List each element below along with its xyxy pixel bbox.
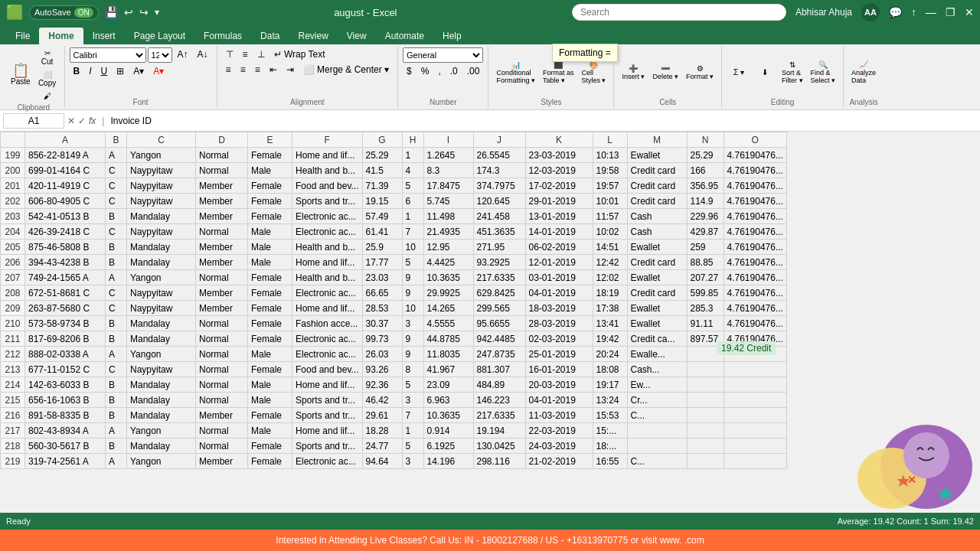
cell[interactable]: 14.196 — [423, 454, 473, 469]
align-right-button[interactable]: ≡ — [251, 63, 264, 77]
table-row[interactable]: 219319-74-2561 AAYangonMemberFemaleElect… — [1, 454, 787, 469]
cell[interactable]: Member — [196, 301, 248, 316]
cell[interactable]: Male — [248, 163, 292, 178]
undo-icon[interactable]: ↩ — [124, 6, 133, 18]
cell[interactable]: 7 — [402, 408, 423, 423]
col-header-b[interactable]: B — [106, 132, 127, 148]
cell[interactable]: Ewallet — [627, 270, 687, 285]
cell[interactable]: C — [106, 163, 127, 178]
col-header-n[interactable]: N — [687, 132, 724, 148]
table-row[interactable]: 210573-58-9734 BBMandalayNormalFemaleFas… — [1, 316, 787, 331]
cell[interactable]: 217.6335 — [473, 270, 525, 285]
cell[interactable]: C — [106, 224, 127, 240]
cell[interactable]: 14:51 — [593, 240, 627, 255]
cell[interactable]: 93.2925 — [473, 255, 525, 270]
cell[interactable] — [724, 393, 786, 408]
share-icon[interactable]: ↑ — [911, 6, 916, 18]
cell[interactable]: B — [106, 255, 127, 270]
font-color-button[interactable]: A▾ — [149, 64, 168, 78]
cell[interactable]: Yangon — [127, 148, 196, 163]
tab-insert[interactable]: Insert — [83, 28, 125, 44]
tab-view[interactable]: View — [338, 28, 376, 44]
cell[interactable]: Member — [196, 240, 248, 255]
row-number[interactable]: 218 — [1, 439, 25, 454]
close-button[interactable]: ✕ — [965, 6, 974, 18]
col-header-l[interactable]: L — [593, 132, 627, 148]
cell[interactable]: Member — [196, 255, 248, 270]
cell[interactable]: 1 — [402, 209, 423, 224]
cell[interactable]: 12.95 — [423, 240, 473, 255]
row-number[interactable]: 207 — [1, 270, 25, 285]
cell[interactable]: Female — [248, 331, 292, 347]
cell[interactable] — [687, 423, 724, 439]
cell[interactable]: 3 — [402, 454, 423, 469]
cell[interactable]: Credit card — [627, 178, 687, 194]
cell[interactable]: Credit card — [627, 163, 687, 178]
row-number[interactable]: 203 — [1, 209, 25, 224]
cell[interactable]: 429.87 — [687, 224, 724, 240]
cell[interactable]: Electronic ac... — [292, 209, 363, 224]
cell[interactable]: 5 — [402, 377, 423, 393]
cell[interactable]: 259 — [687, 240, 724, 255]
cell[interactable]: 14.265 — [423, 301, 473, 316]
cell[interactable]: 10.3635 — [423, 408, 473, 423]
col-header-f[interactable]: F — [292, 132, 363, 148]
cell[interactable]: 71.39 — [362, 178, 402, 194]
cell[interactable]: C — [106, 285, 127, 301]
cell[interactable]: 57.49 — [362, 209, 402, 224]
row-number[interactable]: 219 — [1, 454, 25, 469]
fill-color-button[interactable]: A▾ — [129, 64, 148, 78]
cell[interactable]: 02-03-2019 — [525, 331, 593, 347]
cell[interactable]: 10:13 — [593, 148, 627, 163]
cell[interactable]: 19.15 — [362, 194, 402, 209]
col-header-g[interactable]: G — [362, 132, 402, 148]
cell[interactable]: C — [106, 362, 127, 377]
cell[interactable] — [687, 408, 724, 423]
cell[interactable]: 10 — [402, 301, 423, 316]
cell[interactable]: 120.645 — [473, 194, 525, 209]
cell[interactable]: 114.9 — [687, 194, 724, 209]
cell[interactable]: Female — [248, 148, 292, 163]
cell[interactable]: Normal — [196, 347, 248, 362]
cell[interactable]: 28.53 — [362, 301, 402, 316]
cell[interactable]: 21-02-2019 — [525, 454, 593, 469]
table-row[interactable]: 199856-22-8149 AAYangonNormalFemaleHome … — [1, 148, 787, 163]
cell[interactable]: 93.26 — [362, 362, 402, 377]
cell[interactable]: A — [106, 423, 127, 439]
cell[interactable]: 629.8425 — [473, 285, 525, 301]
cell[interactable]: 942.4485 — [473, 331, 525, 347]
cell[interactable]: 4.76190476... — [724, 301, 786, 316]
cell[interactable]: Cash — [627, 209, 687, 224]
tab-data[interactable]: Data — [251, 28, 289, 44]
cell[interactable]: Health and b... — [292, 163, 363, 178]
tab-review[interactable]: Review — [289, 28, 337, 44]
cell[interactable]: 25-01-2019 — [525, 347, 593, 362]
cell[interactable]: Credit card — [627, 194, 687, 209]
cell[interactable]: Normal — [196, 224, 248, 240]
cell[interactable]: Yangon — [127, 454, 196, 469]
tab-help[interactable]: Help — [433, 28, 471, 44]
copy-button[interactable]: ⬜ Copy — [35, 69, 60, 89]
cell[interactable]: Female — [248, 194, 292, 209]
border-button[interactable]: ⊞ — [113, 64, 128, 78]
cell[interactable]: 217.6335 — [473, 408, 525, 423]
cell[interactable]: Mandalay — [127, 316, 196, 331]
cell[interactable]: Male — [248, 240, 292, 255]
cell[interactable]: 29.9925 — [423, 285, 473, 301]
cell[interactable] — [724, 377, 786, 393]
cell[interactable]: 19.194 — [473, 423, 525, 439]
cell[interactable]: Male — [248, 393, 292, 408]
cell[interactable]: 1.2645 — [423, 148, 473, 163]
cell[interactable]: Naypyitaw — [127, 362, 196, 377]
cell[interactable]: 13:41 — [593, 316, 627, 331]
cell[interactable]: 3 — [402, 316, 423, 331]
tab-automate[interactable]: Automate — [376, 28, 433, 44]
cell[interactable]: 23.09 — [423, 377, 473, 393]
cell[interactable]: 573-58-9734 B — [25, 316, 106, 331]
merge-center-button[interactable]: ⬜ Merge & Center ▾ — [299, 63, 393, 77]
cell[interactable]: 420-11-4919 C — [25, 178, 106, 194]
sort-filter-button[interactable]: ⇅ Sort &Filter ▾ — [779, 59, 806, 86]
cell[interactable]: Normal — [196, 331, 248, 347]
formula-cancel-icon[interactable]: ✕ — [67, 116, 75, 126]
cell[interactable]: Female — [248, 285, 292, 301]
